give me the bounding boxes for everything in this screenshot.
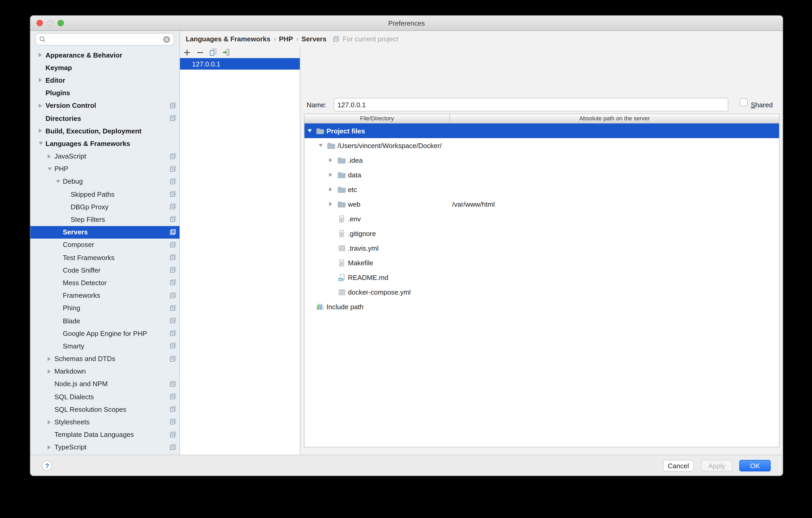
sidebar-item-phing[interactable]: Phing xyxy=(30,302,179,314)
sidebar-item-sql-resolution-scopes[interactable]: SQL Resolution Scopes xyxy=(30,403,179,416)
chevron-down-icon[interactable] xyxy=(319,144,327,147)
breadcrumb-php[interactable]: PHP xyxy=(279,35,293,42)
project-level-badge-icon xyxy=(170,115,176,123)
sidebar-item-dbgp-proxy[interactable]: DBGp Proxy xyxy=(30,201,179,213)
file-icon xyxy=(338,259,346,266)
sidebar-item-debug[interactable]: Debug xyxy=(30,175,179,188)
import-server-button[interactable] xyxy=(221,47,231,58)
sidebar-item-typescript[interactable]: TypeScript xyxy=(30,441,179,454)
project-level-badge-icon xyxy=(170,418,176,427)
sidebar-item-javascript[interactable]: JavaScript xyxy=(30,150,179,163)
help-button[interactable]: ? xyxy=(42,460,52,471)
add-server-button[interactable] xyxy=(181,47,192,58)
name-input[interactable] xyxy=(334,98,728,111)
chevron-down-icon[interactable] xyxy=(39,142,46,145)
chevron-right-icon[interactable] xyxy=(48,154,54,158)
chevron-right-icon[interactable] xyxy=(39,129,46,133)
sidebar-item-label: Appearance & Behavior xyxy=(46,51,122,59)
shared-checkbox[interactable] xyxy=(740,98,748,106)
column-header-absolute-path[interactable]: Absolute path on the server xyxy=(450,114,779,123)
column-header-file-directory[interactable]: File/Directory xyxy=(304,114,450,123)
sidebar-item-schemas-and-dtds[interactable]: Schemas and DTDs xyxy=(30,352,179,365)
chevron-right-icon[interactable] xyxy=(329,173,338,177)
project-level-badge-icon xyxy=(170,317,176,325)
sidebar-item-node-js-and-npm[interactable]: Node.js and NPM xyxy=(30,378,179,390)
project-level-badge-icon xyxy=(170,406,176,414)
breadcrumb-languages-frameworks[interactable]: Languages & Frameworks xyxy=(186,35,270,42)
server-list: 127.0.0.1 xyxy=(180,58,300,455)
sidebar-item-appearance-behavior[interactable]: Appearance & Behavior xyxy=(30,49,179,61)
chevron-right-icon[interactable] xyxy=(48,445,54,450)
ok-button[interactable]: OK xyxy=(739,460,771,471)
sidebar-item-skipped-paths[interactable]: Skipped Paths xyxy=(30,188,179,200)
sidebar-item-composer[interactable]: Composer xyxy=(30,238,179,251)
breadcrumb-servers[interactable]: Servers xyxy=(301,35,326,42)
chevron-right-icon[interactable] xyxy=(48,369,54,374)
server-list-item-127-0-0-1[interactable]: 127.0.0.1 xyxy=(180,58,300,69)
copy-server-button[interactable] xyxy=(208,47,218,58)
sidebar-item-test-frameworks[interactable]: Test Frameworks xyxy=(30,251,179,264)
close-window-button[interactable] xyxy=(37,20,43,26)
mapping-row-include-path[interactable]: Include path xyxy=(304,299,779,314)
mapping-row-makefile[interactable]: Makefile xyxy=(304,255,779,270)
mapping-label: docker-compose.yml xyxy=(348,288,411,296)
sidebar-item-php[interactable]: PHP xyxy=(30,163,179,175)
sidebar-item-blade[interactable]: Blade xyxy=(30,314,179,327)
sidebar-item-step-filters[interactable]: Step Filters xyxy=(30,213,179,226)
markdown-icon: MD xyxy=(338,274,346,281)
chevron-down-icon[interactable] xyxy=(308,129,316,133)
chevron-right-icon[interactable] xyxy=(329,187,338,192)
chevron-right-icon[interactable] xyxy=(329,158,338,162)
mapping-row-data[interactable]: data xyxy=(304,167,779,182)
project-level-badge-icon xyxy=(170,329,176,338)
mapping-row-project-files[interactable]: Project files xyxy=(304,123,779,138)
chevron-right-icon[interactable] xyxy=(329,202,338,206)
sidebar-item-frameworks[interactable]: Frameworks xyxy=(30,289,179,301)
chevron-right-icon[interactable] xyxy=(39,53,46,57)
sidebar-item-editor[interactable]: Editor xyxy=(30,74,179,87)
zoom-window-button[interactable] xyxy=(58,20,64,26)
remove-server-button[interactable] xyxy=(195,47,205,58)
sidebar-item-mess-detector[interactable]: Mess Detector xyxy=(30,277,179,289)
clear-search-icon[interactable] xyxy=(163,35,171,43)
sidebar-item-keymap[interactable]: Keymap xyxy=(30,61,179,74)
cancel-button[interactable]: Cancel xyxy=(663,460,694,471)
sidebar-item-languages-frameworks[interactable]: Languages & Frameworks xyxy=(30,137,179,150)
chevron-right-icon[interactable] xyxy=(48,356,54,361)
mapping-row-readme-md[interactable]: MDREADME.md xyxy=(304,270,779,285)
chevron-down-icon[interactable] xyxy=(56,180,63,183)
sidebar-item-stylesheets[interactable]: Stylesheets xyxy=(30,416,179,428)
yaml-icon xyxy=(338,244,346,252)
include-icon xyxy=(316,303,324,310)
mapping-row-idea[interactable]: .idea xyxy=(304,153,779,167)
project-level-badge-icon xyxy=(170,241,176,250)
sidebar-item-code-sniffer[interactable]: Code Sniffer xyxy=(30,264,179,276)
sidebar-item-sql-dialects[interactable]: SQL Dialects xyxy=(30,390,179,403)
mapping-row-travis-yml[interactable]: .travis.yml xyxy=(304,241,779,255)
mapping-row-env[interactable]: .env xyxy=(304,211,779,226)
settings-search-box[interactable] xyxy=(35,33,174,46)
chevron-right-icon[interactable] xyxy=(39,104,46,108)
chevron-down-icon[interactable] xyxy=(48,167,54,171)
apply-button[interactable]: Apply xyxy=(701,460,732,471)
chevron-right-icon[interactable] xyxy=(39,78,46,82)
minimize-window-button[interactable] xyxy=(47,20,53,26)
mapping-row-etc[interactable]: etc xyxy=(304,182,779,197)
sidebar-item-plugins[interactable]: Plugins xyxy=(30,87,179,99)
sidebar-item-smarty[interactable]: Smarty xyxy=(30,340,179,352)
sidebar-item-build-execution-deployment[interactable]: Build, Execution, Deployment xyxy=(30,124,179,137)
sidebar-item-version-control[interactable]: Version Control xyxy=(30,99,179,112)
sidebar-item-directories[interactable]: Directories xyxy=(30,112,179,124)
sidebar-item-google-app-engine-for-php[interactable]: Google App Engine for PHP xyxy=(30,327,179,340)
sidebar-item-markdown[interactable]: Markdown xyxy=(30,365,179,377)
mapping-row-gitignore[interactable]: .gitignore xyxy=(304,226,779,241)
mapping-row-web[interactable]: web/var/www/html xyxy=(304,197,779,211)
search-input[interactable] xyxy=(49,35,163,44)
sidebar-item-template-data-languages[interactable]: Template Data Languages xyxy=(30,428,179,441)
titlebar[interactable]: Preferences xyxy=(30,16,783,31)
mapping-row-users-vincent-workspace-docker[interactable]: /Users/vincent/Workspace/Docker/ xyxy=(304,138,779,153)
mapping-row-docker-compose-yml[interactable]: docker-compose.yml xyxy=(304,285,779,299)
table-header: File/Directory Absolute path on the serv… xyxy=(304,114,779,123)
chevron-right-icon[interactable] xyxy=(48,420,54,424)
sidebar-item-servers[interactable]: Servers xyxy=(30,226,179,238)
